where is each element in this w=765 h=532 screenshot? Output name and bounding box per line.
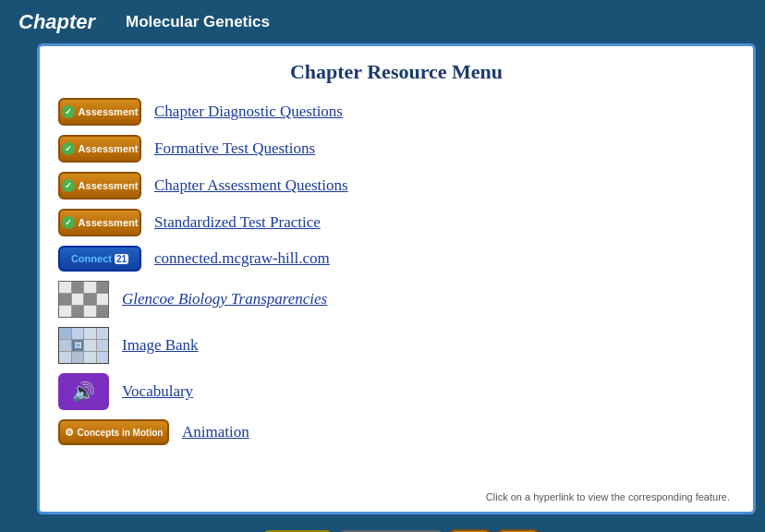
list-item: ✓ Assessment Chapter Assessment Question… — [58, 169, 735, 202]
check-icon: ✓ — [62, 105, 75, 118]
assessment-label: Assessment — [79, 180, 139, 191]
imagebank-link[interactable]: Image Bank — [122, 336, 199, 355]
chapter-label: Chapter — [0, 0, 116, 43]
animation-icon: ⚙ Concepts in Motion — [58, 419, 169, 445]
list-item: ✓ Assessment Standardized Test Practice — [58, 206, 735, 239]
main-content: Chapter Resource Menu ✓ Assessment Chapt… — [37, 43, 756, 514]
menu-items-list: ✓ Assessment Chapter Diagnostic Question… — [58, 95, 735, 488]
list-item: Connect 21 connected.mcgraw-hill.com — [58, 243, 735, 274]
list-item: ⚙ Concepts in Motion Animation — [58, 417, 735, 448]
assessment-label: Assessment — [79, 143, 139, 154]
list-item: 🖼 Image Bank — [58, 324, 735, 367]
footer-note: Click on a hyperlink to view the corresp… — [58, 491, 735, 502]
diagnostic-link[interactable]: Chapter Diagnostic Questions — [154, 103, 343, 121]
standardized-link[interactable]: Standardized Test Practice — [154, 213, 321, 232]
vocabulary-link[interactable]: Vocabulary — [122, 382, 193, 401]
header: Chapter Molecular Genetics — [0, 0, 765, 43]
transparencies-link[interactable]: Glencoe Biology Transparencies — [122, 290, 327, 308]
animation-link[interactable]: Animation — [182, 423, 249, 441]
assessment-icon: ✓ Assessment — [58, 98, 141, 126]
assessment-label: Assessment — [79, 217, 139, 228]
check-icon: ✓ — [62, 179, 75, 192]
list-item: Glencoe Biology Transparencies — [58, 278, 735, 320]
formative-link[interactable]: Formative Test Questions — [154, 139, 315, 158]
assessment-icon: ✓ Assessment — [58, 172, 141, 200]
check-icon: ✓ — [62, 216, 75, 229]
header-title: Molecular Genetics — [116, 13, 270, 31]
list-item: ✓ Assessment Chapter Diagnostic Question… — [58, 95, 735, 128]
connected-link[interactable]: connected.mcgraw-hill.com — [154, 249, 330, 268]
chapter-assessment-link[interactable]: Chapter Assessment Questions — [154, 176, 348, 195]
transparency-icon — [58, 281, 109, 318]
list-item: ✓ Assessment Formative Test Questions — [58, 132, 735, 165]
page-title: Chapter Resource Menu — [58, 60, 735, 84]
connect-label: Connect 21 — [71, 253, 128, 264]
list-item: 🔊 Vocabulary — [58, 370, 735, 413]
bottom-navigation: Exit Resources ← → — [37, 524, 765, 532]
concepts-icon: ⚙ — [65, 427, 74, 439]
check-icon: ✓ — [62, 142, 75, 155]
vocabulary-icon: 🔊 — [58, 373, 109, 410]
connect-icon: Connect 21 — [58, 246, 141, 272]
assessment-label: Assessment — [79, 106, 139, 117]
assessment-icon: ✓ Assessment — [58, 135, 141, 163]
concepts-label: Concepts in Motion — [78, 428, 164, 438]
imagebank-icon: 🖼 — [58, 327, 109, 364]
assessment-icon: ✓ Assessment — [58, 209, 141, 236]
